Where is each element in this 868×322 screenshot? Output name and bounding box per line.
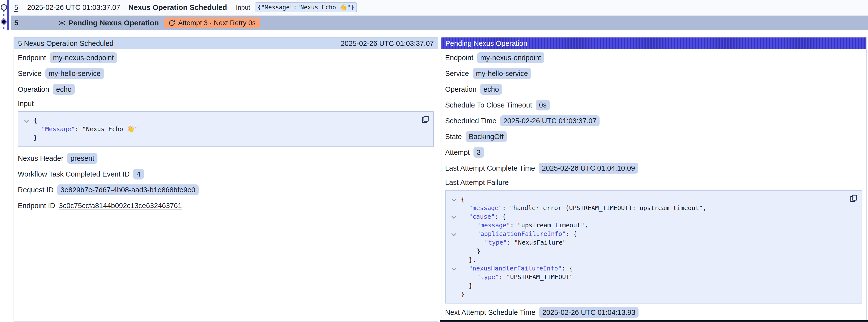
next-attempt-value-chip: 2025-02-26 UTC 01:04:13.93 <box>539 307 639 318</box>
code-line: "applicationFailureInfo": { <box>452 229 856 238</box>
input-section-label: Input <box>18 100 434 108</box>
field-row: Operationecho <box>445 84 862 95</box>
field-value-chip: 2025-02-26 UTC 01:04:10.09 <box>538 163 638 173</box>
code-line: } <box>452 247 856 255</box>
event-details-body: Endpointmy-nexus-endpointServicemy-hello… <box>14 49 438 322</box>
field-row: Operationecho <box>18 84 434 95</box>
code-line: } <box>24 133 427 142</box>
retry-badge-text: Attempt 3 · Next Retry 0s <box>178 19 256 27</box>
field-row: Attempt3 <box>445 147 862 158</box>
pending-asterisk-icon <box>58 19 66 27</box>
retry-icon <box>168 20 175 26</box>
code-line: }, <box>452 255 856 264</box>
field-value-chip: my-hello-service <box>45 68 104 79</box>
event-details-header-timestamp: 2025-02-26 UTC 01:03:37.07 <box>341 39 434 47</box>
event-details-header: 5 Nexus Operation Scheduled 2025-02-26 U… <box>14 37 438 49</box>
field-value-chip: my-nexus-endpoint <box>50 52 117 63</box>
field-label: Scheduled Time <box>445 117 496 125</box>
field-value-chip: BackingOff <box>466 131 507 142</box>
field-value-chip: 0s <box>536 100 550 110</box>
pending-operation-header: Pending Nexus Operation <box>441 37 866 49</box>
field-value-chip: 2025-02-26 UTC 01:03:37.07 <box>500 116 599 126</box>
collapse-chevron-icon[interactable] <box>452 215 461 219</box>
field-label: State <box>445 133 462 141</box>
code-line: "message": "upstream timeout", <box>452 221 856 229</box>
failure-json-lines: {"message": "handler error (UPSTREAM_TIM… <box>452 195 856 298</box>
code-line: "nexusHandlerFailureInfo": { <box>452 264 856 273</box>
field-label: Nexus Header <box>18 154 63 162</box>
field-value-chip: present <box>67 153 97 164</box>
field-row: Endpointmy-nexus-endpoint <box>445 52 862 63</box>
field-label: Endpoint <box>445 54 473 62</box>
event-details-panel: 5 Nexus Operation Scheduled 2025-02-26 U… <box>13 37 438 322</box>
collapse-chevron-icon[interactable] <box>452 267 461 270</box>
input-json-lines: {"Message": "Nexus Echo 👋"} <box>24 116 427 142</box>
copy-input-button[interactable] <box>421 115 430 124</box>
code-line: "Message": "Nexus Echo 👋" <box>24 125 427 133</box>
timeline-node-current-icon <box>1 19 7 25</box>
pending-nexus-operation-row[interactable]: 5 Pending Nexus Operation Attempt 3 · Ne… <box>11 15 868 30</box>
field-value-chip: my-hello-service <box>473 68 531 79</box>
field-label: Attempt <box>445 149 470 157</box>
field-label: Operation <box>18 85 49 93</box>
failure-json-block: {"message": "handler error (UPSTREAM_TIM… <box>445 190 862 303</box>
field-row: Endpointmy-nexus-endpoint <box>18 52 434 63</box>
field-row: Scheduled Time2025-02-26 UTC 01:03:37.07 <box>445 116 862 126</box>
code-line: } <box>452 290 856 298</box>
field-row: Workflow Task Completed Event ID4 <box>18 169 434 180</box>
field-row: Nexus Headerpresent <box>18 153 434 164</box>
field-row: Last Attempt Complete Time2025-02-26 UTC… <box>445 163 862 173</box>
pending-fields: Endpointmy-nexus-endpointServicemy-hello… <box>445 52 862 173</box>
collapse-chevron-icon[interactable] <box>452 232 461 236</box>
retry-status-badge: Attempt 3 · Next Retry 0s <box>164 18 260 28</box>
pending-title: Pending Nexus Operation <box>68 19 159 27</box>
pending-operation-panel: Pending Nexus Operation Endpointmy-nexus… <box>441 37 867 322</box>
event-details-header-title: 5 Nexus Operation Scheduled <box>18 39 114 47</box>
field-label: Endpoint ID <box>18 202 55 210</box>
pending-operation-body: Endpointmy-nexus-endpointServicemy-hello… <box>441 49 866 322</box>
event-id-link[interactable]: 5 <box>14 3 27 11</box>
event-title: Nexus Operation Scheduled <box>128 3 227 11</box>
collapse-chevron-icon[interactable] <box>452 198 461 201</box>
detail-panels: 5 Nexus Operation Scheduled 2025-02-26 U… <box>13 37 867 322</box>
event-fields-top: Endpointmy-nexus-endpointServicemy-hello… <box>18 52 434 95</box>
event-fields-bottom: Nexus HeaderpresentWorkflow Task Complet… <box>18 153 434 211</box>
timeline-rail <box>7 0 9 30</box>
code-line: } <box>452 281 856 290</box>
field-label: Last Attempt Complete Time <box>445 164 535 172</box>
code-line: { <box>452 195 856 204</box>
event-timestamp: 2025-02-26 UTC 01:03:37.07 <box>27 3 128 11</box>
next-attempt-label: Next Attempt Schedule Time <box>445 309 535 317</box>
field-value-chip: echo <box>53 84 75 95</box>
bottom-divider <box>440 320 868 322</box>
code-line: "type": "UPSTREAM_TIMEOUT" <box>452 273 856 281</box>
field-row: Servicemy-hello-service <box>445 68 862 79</box>
field-value-chip: 4 <box>133 169 144 180</box>
field-row: Schedule To Close Timeout0s <box>445 100 862 110</box>
field-label: Schedule To Close Timeout <box>445 101 532 109</box>
field-label: Service <box>18 69 42 78</box>
copy-failure-button[interactable] <box>849 194 858 203</box>
field-label: Request ID <box>18 186 54 194</box>
event-input-label: Input <box>236 4 250 11</box>
code-line: { <box>24 116 427 125</box>
pending-operation-header-title: Pending Nexus Operation <box>445 39 527 47</box>
field-label: Endpoint <box>18 54 46 62</box>
field-label: Operation <box>445 85 476 93</box>
timeline-node-open-icon <box>1 4 7 10</box>
field-row: Servicemy-hello-service <box>18 68 434 79</box>
field-value-link[interactable]: 3c0c75ccfa8144b092c13ce632463761 <box>59 202 182 210</box>
pending-event-id-link[interactable]: 5 <box>14 19 27 27</box>
next-attempt-row: Next Attempt Schedule Time 2025-02-26 UT… <box>445 307 862 318</box>
field-value-chip: my-nexus-endpoint <box>477 52 545 63</box>
code-line: "message": "handler error (UPSTREAM_TIME… <box>452 204 856 212</box>
failure-section-label: Last Attempt Failure <box>445 179 862 187</box>
input-json-block: {"Message": "Nexus Echo 👋"} <box>18 111 434 147</box>
code-line: "type": "NexusFailure" <box>452 238 856 247</box>
field-row: Request ID3e829b7e-7d67-4b08-aad3-b1e868… <box>18 185 434 195</box>
event-row-nexus-operation-scheduled[interactable]: 5 2025-02-26 UTC 01:03:37.07 Nexus Opera… <box>11 0 868 15</box>
field-value-chip: 3e829b7e-7d67-4b08-aad3-b1e868bfe9e0 <box>57 185 198 195</box>
collapse-chevron-icon[interactable] <box>24 119 34 122</box>
event-input-preview-chip: {"Message":"Nexus Echo 👋"} <box>255 2 357 12</box>
field-row: StateBackingOff <box>445 131 862 142</box>
